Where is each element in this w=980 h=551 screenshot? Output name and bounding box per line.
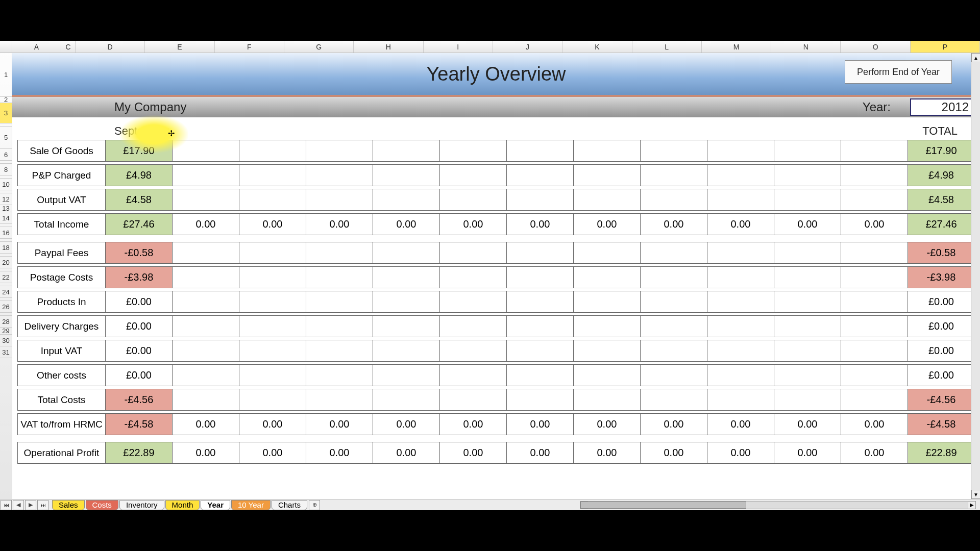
row-header-3[interactable]: 3: [0, 103, 12, 123]
cell[interactable]: [841, 365, 908, 386]
cell[interactable]: 0.00: [239, 414, 306, 435]
row-header-16[interactable]: 16: [0, 227, 12, 239]
cell[interactable]: [841, 267, 908, 288]
cell[interactable]: [373, 340, 439, 362]
cell[interactable]: [573, 291, 640, 313]
cell[interactable]: [373, 291, 439, 313]
cell[interactable]: [573, 340, 640, 362]
row-header-12[interactable]: 12: [0, 193, 12, 205]
cell[interactable]: [239, 389, 306, 411]
cell[interactable]: [373, 365, 439, 386]
cell[interactable]: [306, 140, 373, 162]
cell[interactable]: [172, 389, 239, 411]
col-header-F[interactable]: F: [215, 41, 284, 53]
cell[interactable]: [841, 140, 908, 162]
cell-total[interactable]: £0.00: [908, 340, 974, 362]
cell[interactable]: [172, 340, 239, 362]
col-header-J[interactable]: J: [493, 41, 562, 53]
cell[interactable]: 0.00: [573, 214, 640, 235]
cell[interactable]: 0.00: [439, 414, 506, 435]
cell[interactable]: 0.00: [506, 214, 573, 235]
cell[interactable]: [506, 365, 573, 386]
cell[interactable]: [640, 165, 707, 186]
cell[interactable]: [640, 365, 707, 386]
cell[interactable]: [774, 267, 841, 288]
cell-total[interactable]: £0.00: [908, 365, 974, 386]
cell[interactable]: 0.00: [439, 214, 506, 235]
tab-nav-prev-icon[interactable]: ◀: [13, 500, 24, 510]
row-header-1[interactable]: 1: [0, 53, 12, 97]
cell-total[interactable]: £17.90: [908, 140, 974, 162]
cell[interactable]: 0.00: [172, 442, 239, 464]
cell-first-month[interactable]: £0.00: [105, 316, 172, 337]
cell[interactable]: [707, 340, 774, 362]
col-header-E[interactable]: E: [145, 41, 214, 53]
row-header-5[interactable]: 5: [0, 127, 12, 149]
cell[interactable]: [707, 389, 774, 411]
col-header-D[interactable]: D: [76, 41, 145, 53]
cell[interactable]: [373, 316, 439, 337]
cell[interactable]: 0.00: [306, 414, 373, 435]
cell[interactable]: [573, 242, 640, 264]
cell[interactable]: [573, 140, 640, 162]
cell[interactable]: [774, 165, 841, 186]
vscroll-up-icon[interactable]: ▲: [971, 53, 980, 62]
cell[interactable]: [774, 242, 841, 264]
cell[interactable]: [306, 165, 373, 186]
row-header-13[interactable]: 13: [0, 205, 12, 212]
cell[interactable]: [640, 267, 707, 288]
cell[interactable]: 0.00: [640, 442, 707, 464]
cell-total[interactable]: £4.98: [908, 165, 974, 186]
cell[interactable]: 0.00: [239, 442, 306, 464]
row-header-26[interactable]: 26: [0, 301, 12, 313]
cell[interactable]: 0.00: [573, 414, 640, 435]
sheet-tab-year[interactable]: Year: [201, 500, 230, 510]
cell[interactable]: [774, 389, 841, 411]
cell[interactable]: [439, 291, 506, 313]
row-header-31[interactable]: 31: [0, 346, 12, 358]
cell-total[interactable]: £4.58: [908, 189, 974, 211]
cell[interactable]: [640, 291, 707, 313]
cell[interactable]: [239, 165, 306, 186]
cell[interactable]: [306, 189, 373, 211]
cell[interactable]: [239, 365, 306, 386]
cell-total[interactable]: £0.00: [908, 291, 974, 313]
cell[interactable]: [707, 291, 774, 313]
tab-nav-last-icon[interactable]: ⏭: [37, 500, 48, 510]
row-header-29[interactable]: 29: [0, 328, 12, 335]
cell[interactable]: [239, 291, 306, 313]
cell[interactable]: [573, 389, 640, 411]
cell-total[interactable]: -£0.58: [908, 242, 974, 264]
cell[interactable]: [373, 242, 439, 264]
cell[interactable]: [172, 267, 239, 288]
col-header-M[interactable]: M: [702, 41, 771, 53]
insert-sheet-icon[interactable]: ⊕: [309, 500, 320, 510]
cell[interactable]: [439, 189, 506, 211]
cell-total[interactable]: -£3.98: [908, 267, 974, 288]
cell[interactable]: [573, 365, 640, 386]
cell[interactable]: [707, 365, 774, 386]
col-header-P[interactable]: P: [911, 41, 980, 53]
cell-first-month[interactable]: £17.90: [105, 140, 172, 162]
cell[interactable]: [774, 140, 841, 162]
cell[interactable]: 0.00: [439, 442, 506, 464]
cell[interactable]: [506, 291, 573, 313]
row-header-14[interactable]: 14: [0, 212, 12, 224]
col-header-I[interactable]: I: [424, 41, 493, 53]
cell-first-month[interactable]: £0.00: [105, 291, 172, 313]
tab-nav-first-icon[interactable]: ⏮: [1, 500, 12, 510]
vertical-scrollbar[interactable]: ▲ ▼: [971, 53, 980, 499]
row-header-24[interactable]: 24: [0, 286, 12, 298]
cell[interactable]: 0.00: [774, 214, 841, 235]
cell[interactable]: 0.00: [774, 442, 841, 464]
cell[interactable]: [239, 189, 306, 211]
sheet-tab-inventory[interactable]: Inventory: [119, 500, 164, 510]
cell[interactable]: [774, 291, 841, 313]
col-header-K[interactable]: K: [562, 41, 632, 53]
row-header-6[interactable]: 6: [0, 149, 12, 161]
cell[interactable]: [506, 340, 573, 362]
cell[interactable]: 0.00: [640, 214, 707, 235]
cell-first-month[interactable]: -£4.56: [105, 389, 172, 411]
cell[interactable]: [841, 340, 908, 362]
cell[interactable]: [172, 189, 239, 211]
